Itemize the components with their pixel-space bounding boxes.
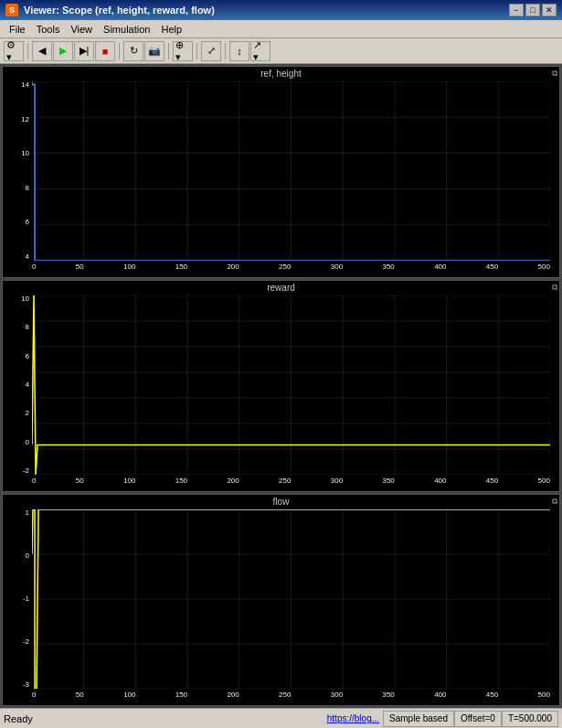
x-label: 450 [486,262,498,271]
main-content: ref, height ⧉ 14 12 10 8 6 4 [0,64,562,708]
app-icon: S [5,4,18,16]
y-label: 4 [26,253,29,261]
chart-flow-title: flow [3,497,559,507]
menu-help[interactable]: Help [155,23,187,36]
camera-button[interactable]: 📷 [144,41,164,61]
toolbar-group-4: ⊕ ▾ [173,41,193,61]
status-ready: Ready [4,713,323,724]
x-label: 150 [175,262,187,271]
x-label: 450 [486,691,498,699]
status-link[interactable]: https://blog... [323,713,383,723]
toolbar-group-1: ⚙ ▾ [4,41,24,61]
close-button[interactable]: ✕ [542,4,557,16]
refresh-button[interactable]: ↻ [123,41,143,61]
menu-view[interactable]: View [65,23,98,36]
x-label: 0 [32,476,36,485]
chart-area-flow [32,509,550,689]
y-label: 0 [26,552,29,560]
x-label: 450 [486,476,498,485]
x-label: 500 [538,476,550,485]
x-label: 300 [331,476,343,485]
x-label: 250 [279,691,291,699]
fit-button[interactable]: ⤢ [201,41,221,61]
x-label: 500 [538,691,550,699]
y-axis-flow: 1 0 -1 -2 -3 [3,509,32,689]
chart-svg-3 [32,509,550,689]
x-label: 300 [331,691,343,699]
y-label: 6 [26,353,29,360]
x-label: 50 [76,262,84,271]
status-offset: Offset=0 [454,711,502,727]
chart-ref-height-title: ref, height [3,69,559,79]
separator-3 [168,43,169,59]
separator-1 [27,43,28,59]
status-time: T=500.000 [502,711,558,727]
x-label: 400 [434,691,446,699]
minimize-button[interactable]: − [509,4,524,16]
autoscale-button[interactable]: ↕ [229,41,249,61]
y-label: 0 [26,439,29,446]
y-label: -1 [23,595,29,603]
chart-area-ref-height [32,81,550,261]
x-label: 250 [279,262,291,271]
menu-tools[interactable]: Tools [31,23,66,36]
chart-reward: reward ⧉ 10 8 6 4 2 0 -2 [2,280,560,492]
x-label: 100 [123,262,135,271]
x-label: 300 [331,262,343,271]
x-label: 200 [227,691,239,699]
status-sample-based: Sample based [383,711,454,727]
y-label: 8 [26,324,29,331]
x-label: 100 [123,691,135,699]
separator-2 [119,43,120,59]
cursor-dropdown[interactable]: ↗ ▾ [250,41,270,61]
toolbar-group-3: ↻ 📷 [123,41,164,61]
stop-button[interactable]: ■ [95,41,115,61]
y-label: 2 [26,410,29,417]
x-label: 0 [32,691,36,699]
menu-file[interactable]: File [4,23,31,36]
chart-svg-2 [32,295,550,475]
status-sections: Sample based Offset=0 T=500.000 [383,711,558,727]
zoom-dropdown[interactable]: ⊕ ▾ [173,41,193,61]
y-axis-reward: 10 8 6 4 2 0 -2 [3,295,32,475]
x-label: 200 [227,262,239,271]
x-label: 400 [434,476,446,485]
chart-area-reward [32,295,550,475]
maximize-button[interactable]: □ [525,4,540,16]
x-label: 350 [382,691,394,699]
window-title: Viewer: Scope (ref, height, reward, flow… [24,5,215,16]
y-label: -2 [23,638,29,646]
x-label: 50 [76,476,84,485]
toolbar: ⚙ ▾ ◀ ▶ ▶| ■ ↻ 📷 ⊕ ▾ ⤢ ↕ ↗ ▾ [0,38,562,64]
x-label: 400 [434,262,446,271]
menu-simulation[interactable]: Simulation [98,23,155,36]
toolbar-group-2: ◀ ▶ ▶| ■ [32,41,115,61]
separator-5 [225,43,226,59]
y-label: -3 [23,681,29,689]
y-label: 6 [26,219,29,226]
x-label: 200 [227,476,239,485]
x-label: 250 [279,476,291,485]
title-bar: S Viewer: Scope (ref, height, reward, fl… [0,0,562,20]
back-button[interactable]: ◀ [32,41,52,61]
x-label: 350 [382,476,394,485]
x-label: 100 [123,476,135,485]
y-label: 12 [21,116,29,123]
chart-ref-height: ref, height ⧉ 14 12 10 8 6 4 [2,66,560,278]
y-label: 10 [21,295,29,303]
x-label: 50 [76,691,84,699]
y-label: 8 [26,185,29,192]
x-label: 150 [175,691,187,699]
chart-reward-title: reward [3,283,559,293]
x-axis-2: 0 50 100 150 200 250 300 350 400 450 500 [32,475,550,491]
status-bar: Ready https://blog... Sample based Offse… [0,708,562,728]
settings-dropdown[interactable]: ⚙ ▾ [4,41,24,61]
run-button[interactable]: ▶ [53,41,73,61]
step-button[interactable]: ▶| [74,41,94,61]
x-axis-3: 0 50 100 150 200 250 300 350 400 450 500 [32,689,550,705]
separator-4 [196,43,197,59]
chart-flow: flow ⧉ 1 0 -1 -2 -3 [2,494,560,706]
title-controls[interactable]: − □ ✕ [509,4,557,16]
title-bar-left: S Viewer: Scope (ref, height, reward, fl… [5,4,215,16]
y-label: 1 [26,509,29,517]
